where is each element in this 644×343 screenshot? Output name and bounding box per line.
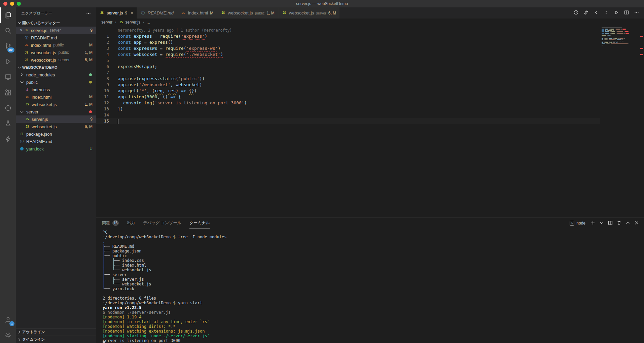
activity-accounts-icon[interactable]: 1 <box>0 312 16 328</box>
editor-tab[interactable]: JSwebsocket.jsserver6, M <box>278 7 340 19</box>
minimap-error-mark <box>622 29 626 30</box>
minimize-window-button[interactable] <box>10 2 14 6</box>
activity-lightning-icon[interactable] <box>0 131 16 147</box>
minimap-line <box>602 30 638 31</box>
terminal-line: │ └── websocket.js <box>103 282 644 286</box>
close-window-button[interactable] <box>3 2 7 6</box>
tree-file[interactable]: yarn.lockU <box>16 145 96 152</box>
html-file-icon: <> <box>181 11 186 15</box>
activity-testing-icon[interactable] <box>0 116 16 131</box>
tree-file[interactable]: ⓘREADME.md <box>16 138 96 145</box>
panel-tab-label: ターミナル <box>189 220 210 226</box>
activity-github-icon[interactable] <box>0 100 16 116</box>
code-line: 11app.listen(3000, () => { <box>96 94 600 100</box>
code-line: 5 <box>96 58 600 64</box>
breadcrumb-item[interactable]: JSserver.js <box>118 20 140 25</box>
editor-tab[interactable]: JSwebsocket.jspublic1, M <box>217 7 278 19</box>
breadcrumb-separator: › <box>115 20 116 25</box>
history-icon[interactable] <box>573 10 579 16</box>
code-editor[interactable]: neronerofty, 2 years ago | 1 author (ner… <box>96 26 644 217</box>
minimap-segment <box>602 41 603 42</box>
tree-folder[interactable]: node_modules <box>16 71 96 78</box>
open-editor-item[interactable]: JSwebsocket.jsserver6, M <box>16 56 96 64</box>
activity-extensions-icon[interactable] <box>0 85 16 100</box>
tree-file[interactable]: {}package.json <box>16 130 96 138</box>
breadcrumb-item[interactable]: server <box>101 20 112 25</box>
file-badge: M <box>89 43 93 47</box>
panel-tab-デバッグ コンソール[interactable]: デバッグ コンソール <box>143 217 181 229</box>
section-header-アウトライン[interactable]: アウトライン <box>16 328 96 336</box>
activity-bar: 1K+ 1 <box>0 7 16 343</box>
section-header-タイムライン[interactable]: タイムライン <box>16 336 96 343</box>
more-icon[interactable] <box>634 10 639 16</box>
trash-icon[interactable] <box>616 220 622 227</box>
overview-ruler <box>639 26 644 217</box>
panel-tab-問題[interactable]: 問題16 <box>102 217 119 229</box>
workspace-root-header[interactable]: WEBSOCKETDEMO <box>16 64 96 71</box>
terminal-shell-selector[interactable]: >node <box>570 221 585 226</box>
title-bar: server.js — webSocketDemo <box>0 0 644 7</box>
minimap-segment <box>616 42 617 43</box>
panel-tab-出力[interactable]: 出力 <box>127 217 135 229</box>
panel-tab-label: デバッグ コンソール <box>143 220 181 226</box>
next-change-icon[interactable] <box>604 10 609 16</box>
tree-file[interactable]: JSserver.js9 <box>16 115 96 123</box>
close-icon[interactable] <box>634 220 639 227</box>
activity-source-control-icon[interactable]: 1K+ <box>0 38 16 54</box>
tree-folder[interactable]: public <box>16 78 96 86</box>
file-name: node_modules <box>26 72 55 77</box>
activity-search-icon[interactable] <box>0 23 16 38</box>
zoom-window-button[interactable] <box>17 2 21 6</box>
file-badge: 6, M <box>85 58 93 62</box>
activity-remote-explorer-icon[interactable] <box>0 69 16 85</box>
activity-explorer-icon[interactable] <box>0 7 16 23</box>
open-editor-item[interactable]: <>index.htmlpublicM <box>16 41 96 49</box>
terminal-line: yarn run v1.22.5 <box>103 305 644 310</box>
editor-column: JSserver.js9×ⓘREADME.md<>index.htmlMJSwe… <box>96 7 644 343</box>
terminal[interactable]: ^C~/develop/coop/webSocketDemo $ tree -I… <box>96 229 644 343</box>
panel-tab-ターミナル[interactable]: ターミナル <box>189 217 210 229</box>
chevron-up-icon[interactable] <box>625 220 631 227</box>
chevron-down-icon[interactable] <box>599 220 604 227</box>
terminal-line: . <box>103 239 644 244</box>
editor-tab[interactable]: JSserver.js9× <box>96 7 137 19</box>
tree-file[interactable]: #index.css <box>16 86 96 93</box>
tree-folder[interactable]: server <box>16 108 96 115</box>
split-editor-icon[interactable] <box>624 10 629 16</box>
file-detail: public <box>58 50 69 55</box>
breadcrumb-item[interactable]: … <box>146 20 150 25</box>
tree-file[interactable]: JSwebsocket.js1, M <box>16 101 96 108</box>
minimap-segment <box>613 38 614 39</box>
explorer-sidebar: エクスプローラー 開いているエディター ×JSserver.jsserver9ⓘ… <box>16 7 96 343</box>
terminal-icon: > <box>570 221 574 226</box>
more-actions-icon[interactable] <box>86 11 91 16</box>
editor-tab[interactable]: ⓘREADME.md <box>137 7 177 19</box>
line-text: }) <box>118 106 123 112</box>
open-changes-icon[interactable] <box>583 10 589 16</box>
activity-settings-icon[interactable] <box>0 328 16 343</box>
activity-run-debug-icon[interactable] <box>0 54 16 69</box>
chevron-right-icon <box>19 72 25 77</box>
plus-icon[interactable] <box>590 220 596 227</box>
terminal-line: │ ├── server.js <box>103 277 644 282</box>
open-editor-item[interactable]: ⓘREADME.md <box>16 34 96 41</box>
close-tab-icon[interactable]: × <box>131 10 133 15</box>
close-editor-icon[interactable]: × <box>19 28 24 33</box>
minimap-segment <box>602 31 604 32</box>
open-editor-item[interactable]: JSwebsocket.jspublic1, M <box>16 49 96 56</box>
split-icon[interactable] <box>608 220 613 227</box>
tab-badge: M <box>210 11 213 15</box>
run-icon[interactable] <box>614 10 619 16</box>
tree-file[interactable]: <>index.htmlM <box>16 93 96 101</box>
editor-tab[interactable]: <>index.htmlM <box>177 7 217 19</box>
open-editors-section-header[interactable]: 開いているエディター <box>16 19 96 27</box>
minimap-segment <box>623 41 624 42</box>
open-editor-item[interactable]: ×JSserver.jsserver9 <box>16 27 96 34</box>
minimap[interactable] <box>602 27 638 49</box>
tree-file[interactable]: JSwebsocket.js6, M <box>16 123 96 130</box>
minimap-line <box>602 45 638 46</box>
prev-change-icon[interactable] <box>594 10 599 16</box>
line-number: 7 <box>96 70 118 76</box>
code-line: 10app.get('*', (req, res) => {}) <box>96 88 600 94</box>
minimap-segment <box>602 30 604 31</box>
